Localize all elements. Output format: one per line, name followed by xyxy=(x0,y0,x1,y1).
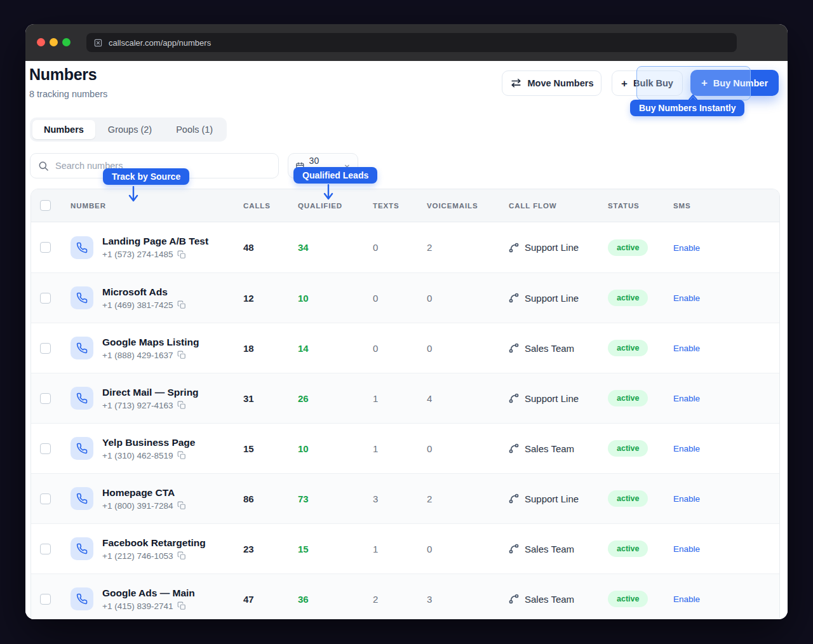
call-flow-name: Support Line xyxy=(525,393,579,404)
column-header: STATUS xyxy=(608,202,673,210)
table-row[interactable]: Microsoft Ads +1 (469) 381-7425 12 10 0 … xyxy=(31,272,779,323)
call-flow-cell[interactable]: Support Line xyxy=(509,242,608,253)
close-window-button[interactable] xyxy=(37,38,45,46)
call-flow-cell[interactable]: Sales Team xyxy=(509,544,608,554)
number-phone: +1 (310) 462-8519 xyxy=(102,451,195,460)
status-badge: active xyxy=(608,340,648,356)
track-by-source-label: Track by Source xyxy=(112,171,180,182)
qualified-value: 73 xyxy=(298,493,373,504)
row-checkbox[interactable] xyxy=(40,343,51,354)
sms-enable-link[interactable]: Enable xyxy=(673,544,700,554)
row-checkbox[interactable] xyxy=(40,443,51,454)
sms-cell: Enable xyxy=(673,392,779,404)
status-cell: active xyxy=(608,340,673,356)
select-all-checkbox[interactable] xyxy=(40,200,51,211)
number-phone: +1 (713) 927-4163 xyxy=(102,401,199,410)
number-info: Homepage CTA +1 (800) 391-7284 xyxy=(102,487,186,511)
number-name: Landing Page A/B Test xyxy=(102,236,208,247)
site-security-icon xyxy=(94,39,102,47)
call-flow-icon xyxy=(509,293,519,303)
texts-value: 3 xyxy=(373,493,427,504)
browser-window: callscaler.com/app/numbers Numbers 8 tra… xyxy=(25,24,788,619)
call-flow-cell[interactable]: Sales Team xyxy=(509,443,608,454)
tab-groups[interactable]: Groups (2) xyxy=(97,120,163,139)
call-flow-icon xyxy=(509,393,519,403)
qualified-value: 26 xyxy=(298,393,373,404)
status-cell: active xyxy=(608,540,673,557)
maximize-window-button[interactable] xyxy=(62,38,71,46)
row-checkbox[interactable] xyxy=(40,544,51,554)
sms-enable-link[interactable]: Enable xyxy=(673,243,700,253)
copy-icon[interactable] xyxy=(177,401,186,410)
call-flow-cell[interactable]: Sales Team xyxy=(509,594,608,605)
tab-numbers[interactable]: Numbers xyxy=(32,120,95,139)
move-numbers-button[interactable]: Move Numbers xyxy=(502,70,601,96)
table-row[interactable]: Google Maps Listing +1 (888) 429-1637 18… xyxy=(31,323,779,373)
copy-icon[interactable] xyxy=(177,601,186,610)
calls-value: 31 xyxy=(243,393,298,404)
sms-enable-link[interactable]: Enable xyxy=(673,594,700,604)
row-checkbox[interactable] xyxy=(40,293,51,304)
buy-number-button[interactable]: + Buy Number xyxy=(690,70,779,96)
copy-icon[interactable] xyxy=(177,451,186,460)
row-checkbox-cell xyxy=(31,493,71,504)
sms-cell: Enable xyxy=(673,342,779,354)
number-name: Yelp Business Page xyxy=(102,437,195,448)
sms-enable-link[interactable]: Enable xyxy=(673,394,700,403)
table-row[interactable]: Facebook Retargeting +1 (212) 746-1053 2… xyxy=(31,523,779,574)
number-phone: +1 (212) 746-1053 xyxy=(102,551,206,561)
sms-enable-link[interactable]: Enable xyxy=(673,293,700,303)
calls-value: 23 xyxy=(243,544,298,554)
phone-badge xyxy=(71,286,93,309)
table-row[interactable]: Yelp Business Page +1 (310) 462-8519 15 … xyxy=(31,423,779,473)
status-cell: active xyxy=(608,390,673,406)
table-row[interactable]: Google Ads — Main +1 (415) 839-2741 47 3… xyxy=(31,574,779,619)
call-flow-cell[interactable]: Sales Team xyxy=(509,343,608,354)
table-row[interactable]: Direct Mail — Spring +1 (713) 927-4163 3… xyxy=(31,373,779,423)
texts-value: 0 xyxy=(373,343,427,354)
numbers-table: NUMBERCALLSQUALIFIEDTEXTSVOICEMAILSCALL … xyxy=(30,189,780,619)
view-tabs: Numbers Groups (2) Pools (1) xyxy=(30,117,227,142)
sms-enable-link[interactable]: Enable xyxy=(673,494,700,504)
call-flow-cell[interactable]: Support Line xyxy=(509,293,608,304)
call-flow-cell[interactable]: Support Line xyxy=(509,393,608,404)
row-checkbox-cell xyxy=(31,443,71,454)
bulk-buy-button[interactable]: + Bulk Buy xyxy=(612,70,683,96)
table-row[interactable]: Landing Page A/B Test +1 (573) 274-1485 … xyxy=(31,222,779,272)
qualified-value: 34 xyxy=(298,242,373,253)
phone-text: +1 (415) 839-2741 xyxy=(102,601,173,611)
phone-icon xyxy=(76,292,88,304)
copy-icon[interactable] xyxy=(177,551,186,560)
call-flow-name: Support Line xyxy=(525,493,579,504)
row-checkbox[interactable] xyxy=(40,493,51,504)
page-title: Numbers xyxy=(29,65,97,84)
copy-icon[interactable] xyxy=(177,300,186,309)
call-flow-name: Sales Team xyxy=(525,343,574,354)
plus-icon: + xyxy=(701,77,708,88)
copy-icon[interactable] xyxy=(177,250,186,259)
column-header: SMS xyxy=(673,202,779,210)
phone-badge xyxy=(71,337,93,359)
sms-cell: Enable xyxy=(673,242,779,253)
row-checkbox[interactable] xyxy=(40,393,51,404)
minimize-window-button[interactable] xyxy=(50,38,58,46)
sms-enable-link[interactable]: Enable xyxy=(673,344,700,353)
window-controls xyxy=(37,38,71,46)
phone-text: +1 (713) 927-4163 xyxy=(102,401,173,410)
phone-badge xyxy=(71,437,93,460)
phone-icon xyxy=(76,543,88,554)
row-checkbox-cell xyxy=(31,343,71,354)
number-cell: Landing Page A/B Test +1 (573) 274-1485 xyxy=(71,236,243,259)
sms-enable-link[interactable]: Enable xyxy=(673,444,700,453)
url-text: callscaler.com/app/numbers xyxy=(109,38,211,48)
track-by-source-tooltip: Track by Source xyxy=(103,168,189,185)
call-flow-cell[interactable]: Support Line xyxy=(509,493,608,504)
table-row[interactable]: Homepage CTA +1 (800) 391-7284 86 73 3 2… xyxy=(31,473,779,523)
copy-icon[interactable] xyxy=(177,351,186,359)
copy-icon[interactable] xyxy=(177,501,186,510)
tab-pools[interactable]: Pools (1) xyxy=(165,120,224,139)
row-checkbox[interactable] xyxy=(40,242,51,253)
phone-text: +1 (800) 391-7284 xyxy=(102,501,173,511)
address-bar[interactable]: callscaler.com/app/numbers xyxy=(86,33,737,52)
row-checkbox[interactable] xyxy=(40,594,51,605)
